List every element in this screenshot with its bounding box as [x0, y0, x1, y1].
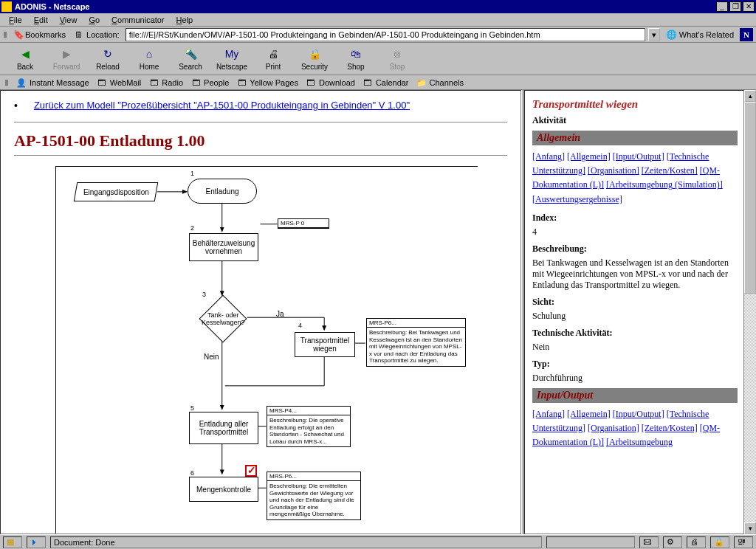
- forward-icon: ▶: [59, 46, 74, 61]
- close-button[interactable]: ✕: [743, 1, 755, 12]
- nav-link[interactable]: [Input/Output]: [613, 409, 664, 419]
- entladung-aller-node[interactable]: Entladung aller Transportmittel: [189, 412, 258, 444]
- nav-links-2: [Anfang] [Allgemein] [Input/Output] [Tec…: [532, 407, 738, 450]
- nav-link[interactable]: [Zeiten/Kosten]: [642, 423, 698, 433]
- behaelter-node[interactable]: Behälterzuweisung vornehmen: [189, 233, 258, 261]
- quicklink-radio[interactable]: 🗔Radio: [148, 77, 183, 88]
- nav-link[interactable]: [Zeiten/Kosten]: [642, 165, 698, 176]
- shop-button[interactable]: 🛍Shop: [335, 44, 377, 74]
- bookmarks-handle[interactable]: ▮: [3, 30, 7, 39]
- menu-view[interactable]: View: [54, 14, 83, 26]
- quicklink-calendar[interactable]: 🗔Calendar: [362, 77, 409, 88]
- scroll-up-button[interactable]: ▴: [744, 90, 756, 102]
- scroll-thumb[interactable]: [744, 102, 756, 294]
- nav-link[interactable]: [Input/Output]: [613, 151, 664, 162]
- menu-file[interactable]: File: [3, 14, 28, 26]
- bookmarks-button[interactable]: Bookmarks: [10, 28, 69, 41]
- nav-link[interactable]: [Allgemein]: [567, 151, 611, 162]
- back-button[interactable]: ◀Back: [4, 44, 46, 74]
- nav-link[interactable]: [Allgemein]: [567, 409, 611, 419]
- netscape-icon: My: [224, 46, 239, 61]
- location-dropdown-button[interactable]: ▾: [648, 28, 660, 41]
- separator: [14, 155, 507, 156]
- nav-link[interactable]: [Arbeitsumgebung: [606, 437, 673, 447]
- properties-panel[interactable]: Transportmittel wiegen Aktivität Allgeme…: [524, 90, 744, 534]
- description-label: Beschreibung:: [532, 244, 738, 255]
- index-label: Index:: [532, 213, 738, 224]
- netscape-button[interactable]: MyNetscape: [211, 44, 252, 74]
- status-lock-icon[interactable]: 🔒: [710, 536, 729, 548]
- decision-node[interactable]: Tank- oder Kesselwagen?: [199, 294, 247, 342]
- seq-4: 4: [298, 322, 302, 329]
- entladung-node[interactable]: Entladung: [188, 179, 257, 204]
- reload-icon: ↻: [100, 46, 115, 61]
- personal-handle[interactable]: ▮: [4, 77, 9, 87]
- netscape-logo[interactable]: N: [740, 28, 753, 41]
- seq-1: 1: [190, 170, 194, 177]
- transport-node[interactable]: Transportmittel wiegen: [295, 332, 355, 357]
- quicklink-im[interactable]: 👤Instant Message: [16, 77, 89, 88]
- nav-link[interactable]: [Anfang]: [532, 151, 565, 162]
- content-area: Zurück zum Modell "Prozeßübersicht "AP-1…: [0, 90, 756, 534]
- menu-edit[interactable]: Edit: [28, 14, 54, 26]
- location-input[interactable]: [126, 28, 645, 41]
- print-icon: 🖨: [266, 46, 281, 61]
- quicklink-yellow[interactable]: 🗔Yellow Pages: [236, 77, 298, 88]
- channels-label: Channels: [430, 78, 464, 87]
- location-label: Location:: [86, 30, 120, 39]
- menu-go[interactable]: Go: [83, 14, 106, 26]
- scroll-track[interactable]: [744, 102, 756, 522]
- annot-3[interactable]: MRS-P4... Beschreibung: Die operative En…: [267, 406, 351, 447]
- print-button[interactable]: 🖨Print: [252, 44, 294, 74]
- whats-related-button[interactable]: What's Related: [663, 30, 737, 40]
- nav-link[interactable]: [Auswertungsergebnisse]: [532, 194, 622, 204]
- status-icon-2[interactable]: ⏵: [27, 536, 46, 548]
- annot-4[interactable]: MRS-P6... Beschreibung: Die ermittelten …: [267, 472, 361, 520]
- start-node[interactable]: Eingangsdisposition: [74, 182, 159, 201]
- annot-2[interactable]: MRS-P6... Beschreibung: Bei Tankwagen un…: [366, 318, 466, 367]
- quicklink-people[interactable]: 🗔People: [190, 77, 229, 88]
- status-bar: ▦ ⏵ Document: Done 🖂 ⚙ 🖨 🔒 🖳: [0, 534, 756, 549]
- app-icon: [1, 1, 12, 12]
- menu-help[interactable]: Help: [171, 14, 199, 26]
- status-tool-icon[interactable]: ⚙: [663, 536, 682, 548]
- security-button[interactable]: 🔒Security: [294, 44, 335, 74]
- status-print-icon[interactable]: 🖨: [687, 536, 706, 548]
- index-value: 4: [532, 227, 738, 238]
- typ-label: Typ:: [532, 359, 738, 370]
- download-icon: 🗔: [306, 77, 316, 88]
- quicklink-channels[interactable]: 📁Channels: [416, 77, 464, 88]
- home-button[interactable]: ⌂Home: [128, 44, 170, 74]
- status-icon-1[interactable]: ▦: [3, 536, 22, 548]
- back-to-model-link[interactable]: Zurück zum Modell "Prozeßübersicht "AP-1…: [34, 100, 410, 111]
- nav-link[interactable]: [Anfang]: [532, 409, 565, 419]
- reload-button[interactable]: ↻Reload: [87, 44, 128, 74]
- page-viewport[interactable]: Zurück zum Modell "Prozeßübersicht "AP-1…: [0, 90, 521, 534]
- nav-link[interactable]: [Organisation]: [588, 423, 639, 433]
- calendar-label: Calendar: [376, 78, 409, 87]
- right-scrollbar[interactable]: ▴ ▾: [744, 90, 756, 534]
- people-label: People: [204, 78, 229, 87]
- status-mail-icon[interactable]: 🖂: [639, 536, 659, 548]
- quicklink-download[interactable]: 🗔Download: [306, 77, 355, 88]
- menu-communicator[interactable]: Communicator: [106, 14, 171, 26]
- scroll-down-button[interactable]: ▾: [744, 522, 756, 534]
- minimize-button[interactable]: _: [716, 1, 728, 12]
- edge-nein: Nein: [204, 353, 219, 361]
- maximize-button[interactable]: ❐: [729, 1, 741, 12]
- quicklink-webmail[interactable]: 🗔WebMail: [97, 77, 142, 88]
- webmail-icon: 🗔: [97, 77, 107, 88]
- personal-toolbar: ▮👤Instant Message🗔WebMail🗔Radio🗔People🗔Y…: [0, 75, 756, 90]
- section-general: Allgemein: [532, 131, 738, 145]
- mengen-node[interactable]: Mengenkontrolle: [189, 477, 258, 502]
- nav-link[interactable]: [Arbeitsumgebung (Simulation)]: [606, 179, 723, 190]
- annot-1[interactable]: MRS-P 0: [278, 218, 329, 229]
- typ-value: Durchführung: [532, 373, 738, 384]
- webmail-label: WebMail: [110, 78, 142, 87]
- main-toolbar: ◀Back▶Forward↻Reload⌂Home🔦SearchMyNetsca…: [0, 43, 756, 75]
- progress-bar: [546, 536, 635, 548]
- status-comp-icon[interactable]: 🖳: [734, 536, 753, 548]
- nav-link[interactable]: [Organisation]: [588, 165, 639, 176]
- search-button[interactable]: 🔦Search: [170, 44, 211, 74]
- security-icon: 🔒: [307, 46, 322, 61]
